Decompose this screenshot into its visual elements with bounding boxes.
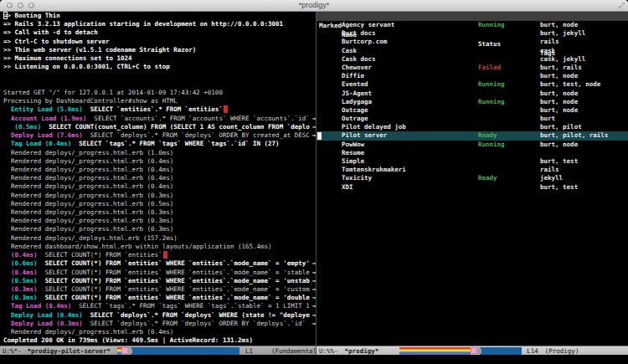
service-tags: burt, node — [540, 106, 578, 115]
service-row[interactable]: Simpleburt, test — [317, 157, 628, 166]
service-row[interactable]: Caskcask — [317, 47, 628, 55]
service-tags: burt, test — [540, 157, 578, 166]
service-tags: rails — [540, 38, 559, 46]
service-name: PowWow — [342, 141, 364, 149]
nyan-mode-progress — [117, 347, 239, 355]
modeline-line-number: L14 — [527, 347, 538, 355]
service-status: Ready — [478, 131, 497, 140]
service-name: Simple — [342, 157, 364, 166]
prodigy-modeline: U:%%- *prodigy* L14 (Prodigy) — [317, 346, 628, 355]
service-row[interactable]: Pilot delayed jobburt, pilot — [317, 123, 628, 131]
service-status: Running — [478, 80, 505, 89]
service-name: JS-Agent — [342, 90, 372, 98]
log-line: Completed 200 OK in 739ms (Views: 469.5m… — [3, 336, 316, 345]
modeline-flags: U:%*- — [3, 347, 22, 355]
log-line: Entity Load (5.6ms) SELECT `entities`.* … — [3, 105, 316, 114]
log-line: Processing by DashboardController#show a… — [3, 97, 316, 105]
log-line: Rendered deploys/_deploys.html.erb (157.… — [3, 234, 316, 243]
log-line: => Booting Thin — [3, 12, 316, 20]
log-modeline: U:%*- *prodigy-pilot-server* L1 (Fundame… — [0, 346, 316, 355]
service-row[interactable]: Cask docscask, jekyll — [317, 55, 628, 64]
service-name: XDI — [342, 183, 353, 192]
log-line: Deploy Load (7.6ms) SELECT `deploys`.* F… — [3, 131, 316, 140]
service-name: Outrage — [342, 115, 368, 123]
service-row[interactable]: LadygagaRunningburt, node — [317, 98, 628, 106]
service-row[interactable]: Pilot serverReadyburt, pilot, rails — [317, 131, 628, 140]
server-log[interactable]: => Booting Thin=> Rails 3.2.13 applicati… — [0, 12, 316, 346]
log-pane: => Booting Thin=> Rails 3.2.13 applicati… — [0, 12, 316, 355]
echo-area[interactable] — [0, 355, 628, 364]
service-row[interactable]: Burtcorp.comrails — [317, 38, 628, 46]
log-line: Rendered deploys/_progress.html.erb (0.4… — [3, 328, 316, 336]
log-line: => Rails 3.2.13 application starting in … — [3, 20, 316, 28]
service-tags: burt, node — [540, 98, 578, 106]
service-name: Tomtenskrukmakeri — [342, 166, 406, 174]
fullscreen-icon[interactable]: ⤢ — [619, 1, 625, 10]
nyan-cat-icon — [121, 347, 131, 354]
service-tags: cask, jekyll — [540, 55, 585, 64]
service-row[interactable]: JS-Agentburt, node — [317, 90, 628, 98]
service-status: Running — [478, 98, 505, 106]
log-line: >> Listening on 0.0.0.0:3001, CTRL+C to … — [3, 63, 316, 71]
truncation-arrow-icon: → — [310, 123, 316, 131]
service-row[interactable]: Burt docsburt, jekyll — [317, 29, 628, 38]
service-name: Ladygaga — [342, 98, 372, 106]
log-line: Rendered deploys/_progress.html.erb (0.4… — [3, 157, 316, 166]
service-status: Running — [478, 21, 505, 29]
service-row[interactable]: Outcageburt, node — [317, 106, 628, 115]
ansi-color-artifact — [163, 251, 167, 259]
service-name: Burt docs — [342, 29, 376, 38]
service-tags: burt, node — [540, 72, 578, 80]
service-tags: burt, node — [540, 141, 578, 149]
log-line: Deploy Load (0.4ms) SELECT `deploys`.* F… — [3, 311, 316, 320]
service-row[interactable]: Diffieburt, node — [317, 72, 628, 80]
log-line — [3, 72, 316, 80]
log-line: => Ctrl-C to shutdown server — [3, 38, 316, 46]
service-name: Tuxicity — [342, 174, 372, 182]
service-tags: burt, node — [540, 21, 578, 29]
truncation-arrow-icon: → — [310, 311, 316, 320]
service-row[interactable]: TuxicityReadyjekyll — [317, 174, 628, 182]
nyan-cat-icon — [471, 347, 480, 354]
service-row[interactable]: EventedRunningburt, test, node — [317, 80, 628, 89]
service-name: Agency servant — [342, 21, 394, 29]
nyan-track — [480, 347, 522, 355]
service-row[interactable]: Tomtenskrukmakerirails — [317, 166, 628, 174]
service-row[interactable]: ChewoverFailedburt, rails — [317, 64, 628, 72]
point-cursor — [317, 132, 322, 140]
log-line: Rendered deploys/_progress.html.erb (0.3… — [3, 192, 316, 200]
log-line: >> Thin web server (v1.5.1 codename Stra… — [3, 46, 316, 54]
service-name: Outcage — [342, 106, 368, 115]
log-line: Started GET "/" for 127.0.0.1 at 2014-01… — [3, 89, 316, 97]
service-row[interactable]: Agency servantRunningburt, node — [317, 21, 628, 29]
log-line: Tag Load (0.4ms) SELECT `tags`.* FROM `t… — [3, 140, 316, 148]
window-title: *prodigy* — [0, 1, 628, 9]
log-line: Rendered deploys/_progress.html.erb (1.0… — [3, 149, 316, 157]
service-tags: burt, jekyll — [540, 29, 585, 38]
log-line: Tag Load (0.4ms) SELECT `tags`.* FROM `t… — [3, 302, 316, 310]
truncation-arrow-icon: → — [310, 115, 316, 123]
log-line: Rendered deploys/_progress.html.erb (0.3… — [3, 217, 316, 225]
nyan-track — [131, 347, 239, 355]
service-row[interactable]: XDIburt, test — [317, 183, 628, 192]
service-list[interactable]: Agency servantRunningburt, nodeBurt docs… — [317, 21, 628, 192]
service-name: Cask — [342, 47, 357, 55]
nyan-rainbow-trail — [399, 347, 471, 355]
service-row[interactable]: Outrageburt — [317, 115, 628, 123]
prodigy-pane: Marked Name Status Tags Agency servantRu… — [317, 12, 628, 355]
log-line: Rendered deploys/_progress.html.erb (0.3… — [3, 225, 316, 233]
truncation-arrow-icon: → — [310, 269, 316, 277]
service-row[interactable]: Resume — [317, 149, 628, 157]
log-line: (0.3ms) SELECT COUNT(*) FROM `entities` … — [3, 294, 316, 302]
service-status: Running — [478, 141, 505, 149]
service-name: Chewover — [342, 64, 372, 72]
modeline-flags: U:%%- — [319, 347, 338, 355]
service-tags: rails — [540, 166, 559, 174]
service-status: Failed — [478, 64, 501, 72]
log-line: >> Maximum connections set to 1024 — [3, 54, 316, 63]
log-line: (0.4ms) SELECT COUNT(*) FROM `entities` — [3, 251, 316, 259]
frame-body: => Booting Thin=> Rails 3.2.13 applicati… — [0, 12, 628, 355]
log-line — [3, 80, 316, 89]
service-row[interactable]: PowWowRunningburt, node — [317, 141, 628, 149]
truncation-arrow-icon: → — [310, 320, 316, 328]
